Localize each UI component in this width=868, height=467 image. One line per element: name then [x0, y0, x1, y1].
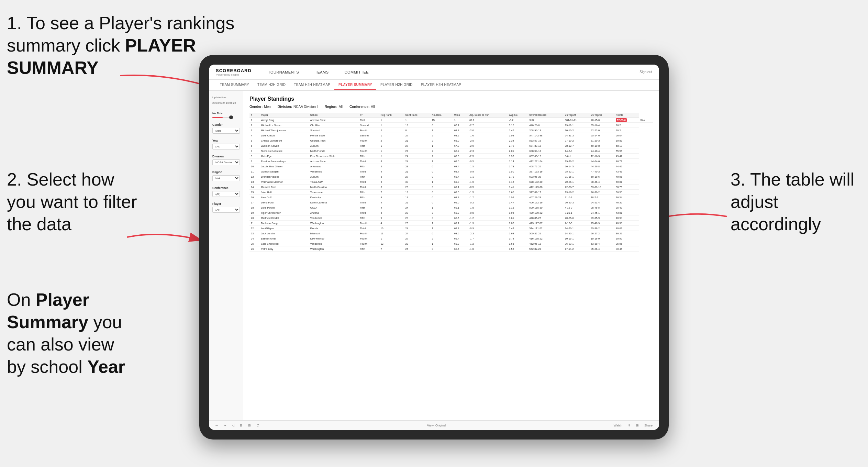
table-cell: 0 — [431, 174, 453, 179]
table-cell: -2.5 — [468, 154, 508, 159]
logo-text: SCOREBOARD — [216, 68, 252, 73]
table-cell: Arizona — [309, 210, 359, 215]
table-cell: 13 — [249, 179, 259, 185]
toolbar-redo[interactable]: ↪ — [222, 423, 228, 428]
toolbar-copy[interactable]: ⊞ — [238, 423, 244, 428]
table-cell: -3.2 — [508, 118, 528, 123]
table-cell: 30.45 — [614, 246, 639, 252]
table-cell: 44-26-8 — [589, 164, 614, 169]
table-cell: 10 — [249, 164, 259, 169]
gender-filter-select[interactable]: Men — [212, 128, 240, 134]
table-row: 20Matthew RiedelVanderbiltFifth923068.5-… — [249, 215, 653, 221]
table-cell: 23 — [404, 221, 431, 226]
toolbar-undo[interactable]: ↩ — [214, 423, 220, 428]
slider-thumb[interactable] — [229, 115, 233, 119]
table-cell: Auburn — [309, 143, 359, 148]
table-cell: 24-45-1 — [589, 210, 614, 215]
table-cell: 27 — [404, 236, 431, 241]
subnav-team-h2h-grid[interactable]: TEAM H2H GRID — [253, 80, 290, 90]
table-cell: 1 — [379, 148, 404, 154]
table-cell: 22-22-0 — [589, 128, 614, 133]
table-cell: -0.8 — [468, 210, 508, 215]
table-cell: 15 — [249, 190, 259, 195]
table-cell: Third — [359, 185, 379, 190]
col-vs-top-50: Vs Top 50 — [589, 113, 614, 118]
table-cell: 18-7-3 — [589, 195, 614, 200]
watch-button[interactable]: Watch — [612, 423, 624, 428]
sidebar-filters: Update time: 27/03/2024 16:56:26 No Rds.… — [209, 91, 243, 420]
table-cell: Vanderbilt — [309, 215, 359, 221]
table-cell: 25-42-9 — [589, 221, 614, 226]
no-rids-slider[interactable] — [212, 117, 240, 118]
table-cell: 1 — [431, 241, 453, 246]
table-cell: 2.01 — [508, 148, 528, 154]
table-cell: 10 — [379, 226, 404, 231]
export-button[interactable]: ⬇ — [626, 423, 632, 428]
table-cell: 20-25-6 — [564, 215, 590, 221]
year-filter-select[interactable]: (All) — [212, 144, 240, 149]
conference-filter-select[interactable]: (All) — [212, 191, 240, 197]
table-cell: 2.34 — [508, 138, 528, 143]
table-cell: 50-18-6 — [589, 174, 614, 179]
nav-teams[interactable]: TEAMS — [312, 69, 331, 76]
table-cell: 40.81 — [614, 179, 639, 185]
table-cell: 19 — [249, 210, 259, 215]
table-cell: 607-63-12 — [528, 154, 564, 159]
col-adj-score: Adj. Score to Par — [468, 113, 508, 118]
table-cell: 69.2 — [453, 210, 468, 215]
table-cell: Ian Gilligan — [259, 226, 309, 231]
no-rids-label: No Rds. — [212, 112, 240, 115]
table-cell: Tiger Christensen — [259, 210, 309, 215]
view-original-button[interactable]: View: Original — [426, 423, 447, 428]
toolbar-back[interactable]: ◁ — [231, 423, 236, 428]
subnav-player-h2h-grid[interactable]: PLAYER H2H GRID — [376, 80, 417, 90]
table-cell: 1 — [431, 205, 453, 210]
table-cell: Michael Le Sasso — [259, 123, 309, 128]
table-cell: 674-33-12 — [528, 143, 564, 148]
table-cell: -1.9 — [468, 221, 508, 226]
col-vs-top-25: Vs Top 25 — [564, 113, 590, 118]
table-cell: 67.1 — [453, 123, 468, 128]
toolbar-time[interactable]: ⏱ — [255, 423, 261, 428]
table-area: Player Standings Gender: Men Division: N… — [243, 91, 659, 420]
table-cell: 11-5-3 — [564, 195, 590, 200]
table-cell: 46.77 — [614, 159, 639, 164]
subnav-player-summary[interactable]: PLAYER SUMMARY — [334, 80, 376, 90]
col-no-rds: No. Rds. — [431, 113, 453, 118]
table-cell: 55.56 — [614, 148, 639, 154]
division-filter-select[interactable]: NCAA Division I — [212, 159, 240, 165]
table-cell: 509-82-21 — [528, 231, 564, 236]
table-cell: 69.0 — [453, 159, 468, 164]
subnav-player-h2h-heatmap[interactable]: PLAYER H2H HEATMAP — [417, 80, 465, 90]
table-row: 21Taehoon SongWashingtonFourth423169.1-1… — [249, 221, 653, 226]
gender-filter: Gender Men — [212, 123, 240, 134]
table-cell: 36.27 — [614, 231, 639, 236]
sign-out-button[interactable]: Sign out — [639, 70, 652, 74]
grid-button[interactable]: ⊞ — [635, 423, 640, 428]
nav-committee[interactable]: COMMITTEE — [342, 69, 372, 76]
table-cell: 12 — [249, 174, 259, 179]
share-button[interactable]: Share — [643, 423, 654, 428]
table-cell: 12-16-3 — [589, 154, 614, 159]
table-cell: 1 — [431, 221, 453, 226]
table-cell: Fourth — [359, 231, 379, 236]
table-cell: 29-38-2 — [589, 226, 614, 231]
table-cell: 1 — [431, 128, 453, 133]
table-cell: 69.0 — [453, 200, 468, 205]
table-cell: Second — [359, 123, 379, 128]
table-cell: 2 — [379, 128, 404, 133]
table-cell: 12 — [379, 241, 404, 246]
toolbar-paste[interactable]: ⊟ — [247, 423, 252, 428]
subnav-team-h2h-heatmap[interactable]: TEAM H2H HEATMAP — [290, 80, 334, 90]
player-filter-select[interactable]: (All) — [212, 207, 240, 213]
table-cell: 10-10-2 — [564, 128, 590, 133]
table-cell: 2 — [431, 154, 453, 159]
table-cell: Fourth — [359, 221, 379, 226]
col-wins: Wins — [453, 113, 468, 118]
region-filter-select[interactable]: N/A — [212, 175, 240, 181]
subnav-team-summary[interactable]: TEAM SUMMARY — [216, 80, 253, 90]
nav-tournaments[interactable]: TOURNAMENTS — [265, 69, 302, 76]
table-cell: 500-155-30 — [528, 205, 564, 210]
gender-chip-label: Gender: — [249, 105, 263, 109]
table-cell: 1.47 — [508, 200, 528, 205]
